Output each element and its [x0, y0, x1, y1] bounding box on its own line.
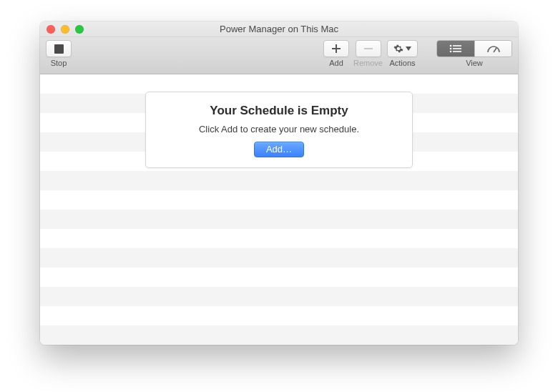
actions-label: Actions: [389, 59, 415, 67]
minimize-window-button[interactable]: [61, 25, 69, 34]
stop-group: Stop: [46, 40, 72, 67]
chevron-down-icon: [406, 46, 411, 51]
list-icon: [449, 44, 462, 53]
gear-icon: [393, 44, 403, 54]
center-cluster: Add Remove: [323, 40, 418, 67]
app-window: Power Manager on This Mac Stop Add: [40, 21, 518, 345]
svg-point-3: [450, 45, 452, 47]
svg-rect-4: [453, 45, 461, 46]
view-label: View: [466, 59, 483, 67]
empty-state-heading: Your Schedule is Empty: [159, 104, 399, 118]
svg-rect-6: [453, 48, 461, 49]
svg-rect-8: [453, 51, 461, 52]
empty-state-panel: Your Schedule is Empty Click Add to crea…: [145, 92, 413, 168]
plus-icon: [331, 44, 341, 54]
gauge-icon: [486, 44, 501, 54]
svg-rect-2: [364, 48, 373, 49]
actions-button[interactable]: [387, 40, 418, 57]
minus-icon: [363, 44, 373, 54]
empty-state-add-button[interactable]: Add…: [254, 142, 304, 157]
stop-icon: [54, 44, 64, 54]
stop-button[interactable]: [46, 40, 72, 57]
view-group: View: [436, 40, 512, 67]
titlebar: Power Manager on This Mac: [40, 21, 518, 37]
view-gauge-button[interactable]: [474, 41, 512, 57]
svg-point-5: [450, 48, 452, 50]
window-title: Power Manager on This Mac: [40, 24, 518, 34]
add-button[interactable]: [323, 40, 349, 57]
toolbar: Stop Add Remove: [40, 37, 518, 74]
empty-state-message: Click Add to create your new schedule.: [159, 124, 399, 134]
svg-line-9: [494, 48, 496, 52]
content-area: Your Schedule is Empty Click Add to crea…: [40, 74, 518, 345]
add-label: Add: [329, 59, 343, 67]
svg-rect-1: [332, 48, 341, 49]
stop-label: Stop: [51, 59, 67, 67]
remove-button[interactable]: [356, 40, 381, 57]
zoom-window-button[interactable]: [75, 25, 84, 34]
close-window-button[interactable]: [46, 25, 55, 34]
svg-point-7: [450, 51, 452, 53]
view-list-button[interactable]: [437, 41, 474, 57]
traffic-lights: [40, 25, 84, 34]
view-segmented-control: [436, 40, 512, 57]
remove-label: Remove: [353, 59, 383, 67]
